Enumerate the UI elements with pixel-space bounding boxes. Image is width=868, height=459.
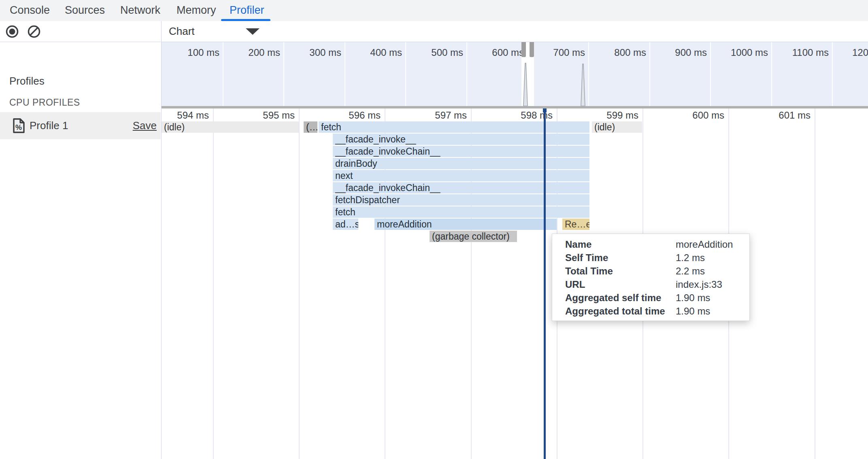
overview-host: 100 ms200 ms300 ms400 ms500 ms600 ms700 …: [162, 42, 868, 106]
flame-chart-host: 594 ms595 ms596 ms597 ms598 ms599 ms600 …: [162, 108, 868, 459]
playhead-cursor-line: [544, 108, 546, 459]
tab-sources[interactable]: Sources: [65, 0, 105, 20]
tab-network[interactable]: Network: [120, 0, 160, 20]
chevron-down-icon: [246, 28, 260, 35]
ruler-tick-label: 599 ms: [573, 109, 638, 121]
timeline-overview[interactable]: 100 ms200 ms300 ms400 ms500 ms600 ms700 …: [162, 42, 868, 106]
clear-profiles-button[interactable]: [27, 25, 41, 38]
save-profile-link[interactable]: Save: [133, 112, 157, 139]
overview-tick-label: 1200 ms: [824, 47, 868, 58]
tooltip-row-label: Aggregated self time: [565, 291, 661, 304]
devtools-tab-bar: ConsoleSourcesNetworkMemoryProfiler: [0, 0, 868, 21]
flame-bar--facade-invokechain-[interactable]: __facade_invokeChain__: [333, 182, 589, 193]
time-gridline: [299, 108, 300, 459]
tooltip-row: NamemoreAddition: [552, 238, 749, 251]
profiles-heading: Profiles: [9, 75, 45, 87]
tooltip-row-label: Aggregated total time: [565, 304, 665, 318]
chart-panel-toolbar: Chart: [162, 21, 868, 42]
tab-memory[interactable]: Memory: [177, 0, 216, 20]
flame-bar-next[interactable]: next: [333, 170, 589, 181]
tooltip-row: Aggregated self time1.90 ms: [552, 291, 749, 304]
profile-name: Profile 1: [30, 112, 68, 139]
tooltip-row-value: moreAddition: [676, 238, 733, 251]
flame-bar-fetch[interactable]: fetch: [319, 121, 589, 133]
ruler-tick-label: 600 ms: [659, 109, 724, 121]
ruler-tick-label: 595 ms: [229, 109, 295, 121]
tooltip-row-value: index.js:33: [676, 278, 722, 291]
overview-tick-label: 1000 ms: [702, 47, 768, 58]
frame-tooltip: NamemoreAdditionSelf Time1.2 msTotal Tim…: [552, 234, 750, 321]
tooltip-row-label: URL: [565, 278, 585, 291]
tooltip-row-value: 1.90 ms: [676, 291, 710, 304]
record-icon: [5, 25, 19, 38]
sidebar: Profiles CPU PROFILES % Profile 1 Save: [0, 21, 162, 459]
overview-tick-label: 800 ms: [581, 47, 646, 58]
flame-bar-ad-s[interactable]: ad…s: [333, 219, 358, 230]
flame-bar-re-e[interactable]: Re…e: [562, 219, 589, 230]
clear-icon: [27, 25, 41, 38]
tooltip-row: Self Time1.2 ms: [552, 251, 749, 264]
overview-tick-label: 200 ms: [215, 47, 280, 58]
tooltip-row-value: 1.90 ms: [676, 304, 710, 318]
svg-text:%: %: [15, 123, 22, 132]
flame-bar--idle-[interactable]: (idle): [162, 121, 299, 133]
overview-tick-label: 300 ms: [276, 47, 341, 58]
playhead-cursor-tick: [543, 108, 547, 113]
flame-bar--facade-invoke-[interactable]: __facade_invoke__: [333, 134, 589, 145]
record-button[interactable]: [5, 25, 19, 38]
flame-bar--[interactable]: (…: [304, 121, 317, 133]
tooltip-row-label: Total Time: [565, 264, 613, 278]
flame-bar--garbage-collector-[interactable]: (garbage collector): [430, 231, 517, 242]
selection-right-handle[interactable]: [530, 42, 534, 57]
time-gridline: [213, 108, 214, 459]
ruler-tick-label: 601 ms: [745, 109, 811, 121]
flame-chart[interactable]: 594 ms595 ms596 ms597 ms598 ms599 ms600 …: [162, 108, 868, 459]
tab-console[interactable]: Console: [10, 0, 50, 20]
view-mode-value: Chart: [169, 25, 195, 38]
tooltip-row-label: Name: [565, 238, 591, 251]
overview-tick-label: 1100 ms: [763, 47, 829, 58]
tabs-host: ConsoleSourcesNetworkMemoryProfiler: [0, 0, 868, 21]
overview-tick-label: 100 ms: [162, 47, 219, 58]
flame-bar-drainbody[interactable]: drainBody: [333, 158, 589, 169]
tooltip-row: Total Time2.2 ms: [552, 264, 749, 278]
ruler-tick-label: 596 ms: [315, 109, 381, 121]
tooltip-row-value: 1.2 ms: [676, 251, 705, 264]
ruler-tick-label: 594 ms: [162, 109, 209, 121]
view-mode-dropdown[interactable]: Chart: [162, 21, 264, 42]
overview-tick-label: 500 ms: [398, 47, 463, 58]
tooltip-row: Aggregated total time1.90 ms: [552, 304, 749, 318]
tooltip-row: URLindex.js:33: [552, 278, 749, 291]
profiler-toolbar: [0, 21, 161, 42]
profile-list-item[interactable]: % Profile 1 Save: [0, 112, 161, 139]
flame-bar-moreaddition[interactable]: moreAddition: [374, 219, 557, 230]
tab-profiler[interactable]: Profiler: [230, 0, 264, 20]
overview-tick-label: 600 ms: [458, 47, 524, 58]
ruler-tick-label: 597 ms: [401, 109, 467, 121]
cpu-profiles-section-heading: CPU PROFILES: [9, 97, 80, 108]
tooltip-rows: NamemoreAdditionSelf Time1.2 msTotal Tim…: [552, 238, 749, 318]
profile-document-icon: %: [12, 118, 26, 135]
tooltip-row-label: Self Time: [565, 251, 608, 264]
flame-bar-fetchdispatcher[interactable]: fetchDispatcher: [333, 194, 589, 206]
flame-bar--facade-invokechain-[interactable]: __facade_invokeChain__: [333, 146, 589, 157]
time-gridline: [815, 108, 815, 459]
flame-bar--idle-[interactable]: (idle): [592, 121, 642, 133]
tooltip-row-value: 2.2 ms: [676, 264, 705, 278]
selection-left-handle[interactable]: [521, 42, 526, 57]
overview-tick-label: 400 ms: [336, 47, 402, 58]
flame-bar-fetch[interactable]: fetch: [333, 206, 589, 218]
overview-tick-label: 900 ms: [641, 47, 707, 58]
devtools-window: ConsoleSourcesNetworkMemoryProfiler Prof…: [0, 0, 868, 459]
